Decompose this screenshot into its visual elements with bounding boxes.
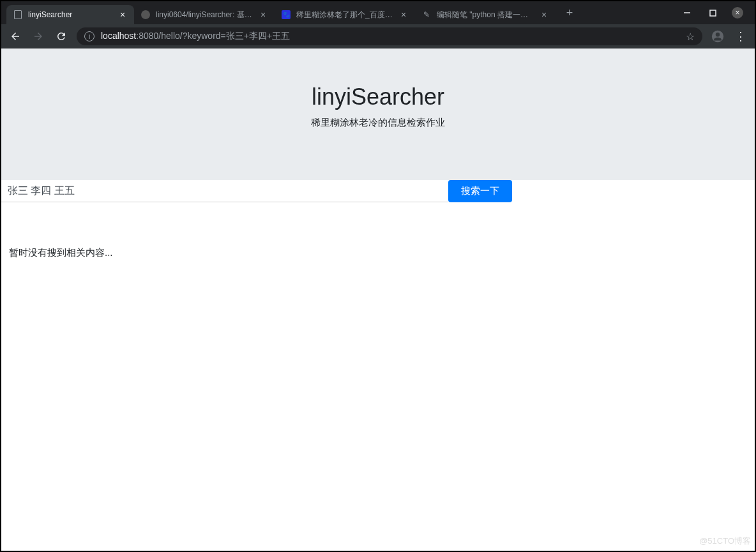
window-close-button[interactable]: × (732, 7, 743, 19)
github-icon (140, 10, 151, 20)
tab-title: 稀里糊涂林老了那个_百度搜索 (296, 10, 395, 20)
tab-title: linyiSearcher (28, 10, 114, 19)
browser-tab[interactable]: 🐾 稀里糊涂林老了那个_百度搜索 × (275, 5, 415, 24)
new-tab-button[interactable]: + (561, 4, 578, 22)
svg-point-3 (716, 33, 720, 36)
reload-button[interactable] (54, 29, 69, 44)
close-icon[interactable]: × (117, 10, 128, 20)
address-bar: i localhost:8080/hello/?keyword=张三+李四+王五… (1, 24, 755, 48)
close-icon[interactable]: × (539, 10, 549, 20)
page-header: linyiSearcher 稀里糊涂林老冷的信息检索作业 (1, 48, 755, 180)
url-text: localhost:8080/hello/?keyword=张三+李四+王五 (101, 31, 679, 42)
file-icon (13, 10, 23, 20)
back-button[interactable] (8, 29, 23, 44)
tab-title: linyi0604/linyiSearcher: 基于python (156, 10, 254, 20)
forward-button[interactable] (31, 29, 46, 44)
results-section: 暂时没有搜到相关内容... (1, 202, 755, 272)
watermark: @51CTO博客 (699, 535, 751, 547)
profile-button[interactable] (710, 29, 725, 44)
close-icon[interactable]: × (398, 10, 409, 20)
svg-rect-1 (710, 10, 716, 16)
info-icon[interactable]: i (84, 31, 94, 41)
tab-title: 编辑随笔 "python 搭建一个简单的... (437, 10, 535, 20)
maximize-button[interactable] (706, 6, 719, 19)
page-content: linyiSearcher 稀里糊涂林老冷的信息检索作业 搜索一下 暂时没有搜到… (1, 48, 755, 551)
search-section: 搜索一下 (1, 180, 755, 202)
bookmark-star-icon[interactable]: ☆ (686, 31, 695, 43)
browser-tab-active[interactable]: linyiSearcher × (6, 5, 134, 24)
kebab-menu-icon[interactable]: ⋮ (733, 29, 748, 44)
minimize-button[interactable] (681, 6, 693, 19)
browser-tab[interactable]: linyi0604/linyiSearcher: 基于python × (134, 5, 275, 24)
close-icon[interactable]: × (258, 10, 268, 20)
url-field[interactable]: i localhost:8080/hello/?keyword=张三+李四+王五… (77, 27, 702, 45)
baidu-icon: 🐾 (281, 10, 291, 20)
window-controls: × (681, 6, 750, 19)
search-button[interactable]: 搜索一下 (448, 180, 512, 202)
no-results-message: 暂时没有搜到相关内容... (9, 247, 747, 259)
browser-tab[interactable]: ✎ 编辑随笔 "python 搭建一个简单的... × (415, 5, 556, 24)
edit-icon: ✎ (421, 10, 432, 20)
page-title: linyiSearcher (1, 84, 755, 110)
page-subtitle: 稀里糊涂林老冷的信息检索作业 (1, 117, 755, 129)
search-input[interactable] (1, 180, 448, 202)
browser-tab-bar: linyiSearcher × linyi0604/linyiSearcher:… (1, 1, 755, 24)
